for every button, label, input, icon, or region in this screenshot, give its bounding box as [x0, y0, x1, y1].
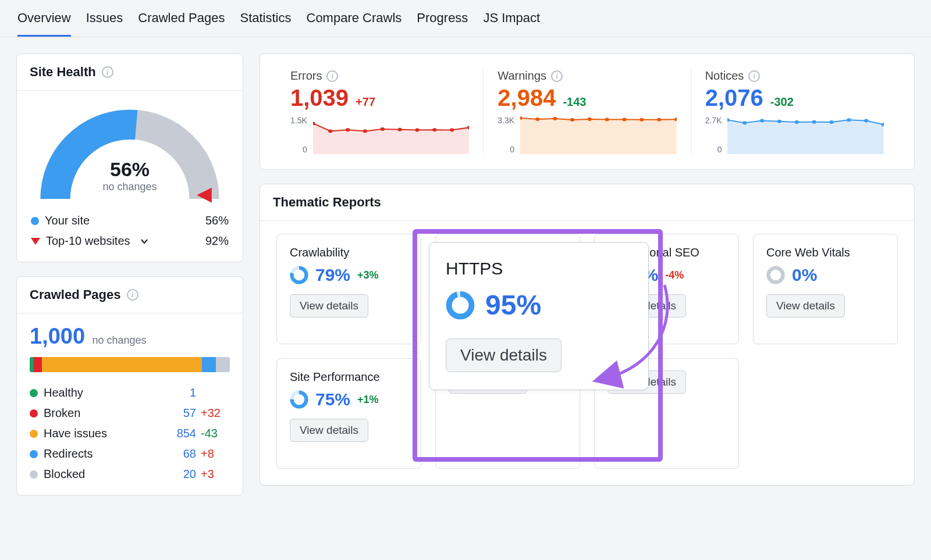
report-card: Crawlability79%+3%View details — [276, 234, 421, 344]
report-pct: 79% — [315, 265, 350, 285]
dot-icon — [30, 389, 38, 397]
spark-ymax: 3.3K — [498, 116, 514, 125]
crawled-row-label: Have issues — [44, 427, 107, 440]
report-delta: +3% — [357, 269, 379, 281]
crawled-row-delta: +8 — [196, 447, 230, 461]
crawled-row-delta: -43 — [196, 427, 230, 440]
legend-your-site: Your site 56% — [30, 211, 230, 231]
crawled-row-value: 854 — [164, 427, 196, 440]
thematic-reports-card: Thematic Reports Crawlability79%+3%View … — [260, 184, 915, 486]
your-site-label: Your site — [45, 214, 90, 227]
sparkline — [313, 116, 470, 154]
site-health-subtext: no changes — [37, 181, 223, 193]
report-title: Site Performance — [290, 370, 408, 384]
svg-point-45 — [449, 294, 472, 316]
view-details-button[interactable]: View details — [290, 419, 368, 442]
your-site-value: 56% — [205, 214, 229, 227]
dot-icon — [30, 430, 38, 438]
report-card: Site Performance75%+1%View details — [276, 358, 421, 469]
svg-point-17 — [588, 117, 592, 121]
tab-js-impact[interactable]: JS Impact — [483, 8, 540, 37]
crawled-row-value: 68 — [164, 447, 196, 461]
tab-crawled-pages[interactable]: Crawled Pages — [138, 8, 225, 37]
svg-point-8 — [415, 129, 419, 132]
report-pct: 75% — [315, 390, 350, 409]
crawled-row[interactable]: Redirects68+8 — [30, 444, 230, 464]
crawled-row[interactable]: Broken57+32 — [30, 403, 230, 423]
svg-point-20 — [639, 118, 644, 122]
triangle-down-icon — [31, 238, 40, 245]
bar-segment — [202, 357, 216, 372]
sparkline — [520, 116, 677, 154]
crawled-row-value: 20 — [164, 468, 196, 481]
crawled-row[interactable]: Have issues854-43 — [30, 423, 230, 444]
bar-segment — [34, 357, 42, 372]
site-health-header: Site Health i — [17, 54, 243, 91]
crawled-pages-title: Crawled Pages — [30, 287, 121, 302]
tab-issues[interactable]: Issues — [86, 8, 123, 37]
site-health-gauge: 56% no changes — [37, 106, 223, 211]
svg-marker-23 — [727, 120, 884, 154]
svg-marker-12 — [520, 118, 677, 154]
view-details-button[interactable]: View details — [446, 338, 562, 372]
tab-overview[interactable]: Overview — [17, 8, 71, 37]
info-icon[interactable]: i — [326, 70, 338, 82]
thematic-header: Thematic Reports — [260, 184, 914, 221]
info-icon[interactable]: i — [748, 70, 760, 82]
metric-errors[interactable]: Errorsi1,039+771.5K0 — [276, 69, 484, 154]
highlight-https-card: HTTPS 95% View details — [429, 242, 649, 390]
view-details-button[interactable]: View details — [290, 294, 368, 318]
metric-delta: +77 — [356, 95, 375, 109]
svg-point-29 — [812, 120, 816, 124]
crawled-total: 1,000 — [30, 324, 85, 348]
info-icon[interactable]: i — [551, 70, 563, 82]
site-health-card: Site Health i 56% no changes — [16, 53, 243, 262]
crawled-row-label: Healthy — [44, 386, 83, 400]
crawled-subtext: no changes — [93, 334, 147, 346]
metric-value: 1,039 — [290, 85, 349, 111]
info-icon[interactable]: i — [127, 289, 138, 301]
metric-notices[interactable]: Noticesi2,076-3022.7K0 — [691, 69, 898, 154]
tab-statistics[interactable]: Statistics — [240, 8, 291, 37]
bar-segment — [216, 357, 230, 372]
report-card: Core Web Vitals0%View details — [753, 234, 898, 344]
info-icon[interactable]: i — [102, 66, 113, 78]
svg-point-4 — [346, 128, 350, 131]
crawled-row[interactable]: Blocked20+3 — [30, 464, 230, 484]
metric-warnings[interactable]: Warningsi2,984-1433.3K0 — [484, 69, 691, 154]
crawled-pages-header: Crawled Pages i — [17, 277, 243, 313]
view-details-button[interactable]: View details — [766, 294, 845, 318]
metric-delta: -143 — [563, 95, 586, 109]
bar-segment — [30, 357, 34, 372]
svg-point-9 — [432, 128, 436, 131]
tab-progress[interactable]: Progress — [417, 8, 468, 37]
crawled-row-label: Redirects — [44, 447, 93, 461]
crawled-row[interactable]: Healthy1 — [30, 383, 230, 403]
crawled-row-label: Broken — [44, 406, 80, 420]
svg-point-25 — [743, 121, 747, 124]
crawled-row-delta: +32 — [196, 406, 230, 420]
ring-icon — [290, 266, 308, 284]
svg-point-5 — [363, 129, 367, 133]
spark-ymax: 1.5K — [290, 116, 307, 125]
metric-value: 2,984 — [498, 85, 556, 111]
crawled-pages-card: Crawled Pages i 1,000 no changes Healthy… — [16, 276, 243, 495]
svg-marker-1 — [313, 123, 470, 154]
top10-value: 92% — [205, 234, 229, 248]
svg-point-31 — [847, 118, 851, 122]
report-delta: +1% — [357, 394, 379, 406]
svg-point-6 — [381, 127, 385, 131]
tab-compare-crawls[interactable]: Compare Crawls — [307, 8, 402, 37]
metrics-card: Errorsi1,039+771.5K0Warningsi2,984-1433.… — [260, 53, 915, 170]
crawled-row-value: 1 — [164, 386, 196, 400]
spark-ymin: 0 — [290, 145, 307, 154]
crawled-row-delta: +3 — [196, 468, 230, 481]
dot-icon — [30, 470, 38, 479]
svg-point-41 — [769, 268, 783, 283]
crawled-row-label: Blocked — [44, 468, 85, 481]
site-health-percent: 56% — [37, 158, 223, 181]
svg-point-21 — [657, 118, 661, 122]
ring-icon — [290, 390, 308, 409]
legend-top10[interactable]: Top-10 websites 92% — [30, 231, 230, 251]
svg-point-16 — [570, 118, 574, 122]
